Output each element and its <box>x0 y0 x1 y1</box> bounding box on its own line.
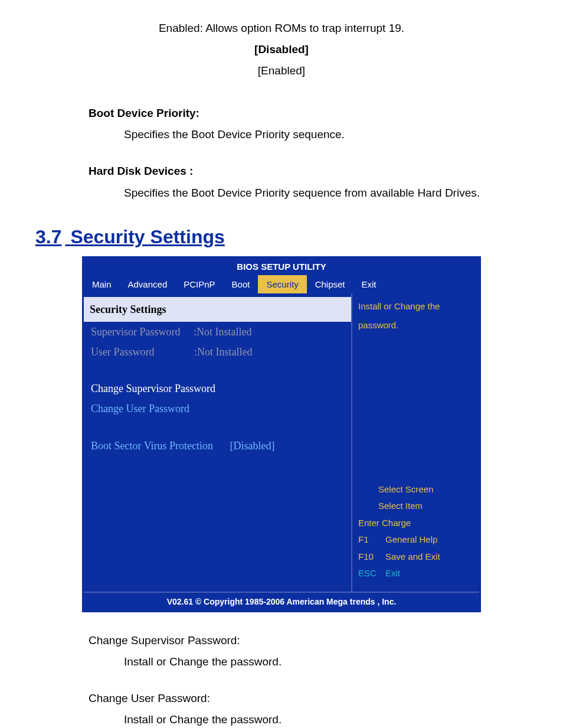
document-page: Enabled: Allows option ROMs to trap inte… <box>0 0 563 728</box>
change-user-body: Install or Change the password. <box>124 709 528 728</box>
section-number: 3.7 <box>35 226 65 247</box>
bios-left-pane: Security Settings Supervisor Password :N… <box>84 293 352 592</box>
section-title: Security Settings <box>70 226 224 247</box>
help-line-2: password. <box>358 318 473 332</box>
supervisor-password-row: Supervisor Password :Not Installed <box>91 322 351 342</box>
enter-charge: Enter Charge <box>358 515 473 532</box>
bsvp-value: [Disabled] <box>230 440 275 452</box>
boot-device-body: Specifies the Boot Device Priority seque… <box>124 124 528 145</box>
boot-sector-virus-row[interactable]: Boot Sector Virus Protection [Disabled] <box>91 436 351 456</box>
bios-footer: V02.61 © Copyright 1985-2006 American Me… <box>84 592 479 611</box>
f10-key: F10 <box>358 549 385 566</box>
supervisor-password-label: Supervisor Password <box>91 326 181 338</box>
tab-exit[interactable]: Exit <box>353 275 385 293</box>
bios-body: Security Settings Supervisor Password :N… <box>84 293 479 592</box>
disabled-option: [Disabled] <box>35 39 528 60</box>
hard-disk-body: Specifies the Boot Device Priority seque… <box>124 182 528 204</box>
bios-title: BIOS SETUP UTILITY <box>84 258 479 275</box>
tab-security[interactable]: Security <box>258 275 306 293</box>
tab-main[interactable]: Main <box>84 275 120 293</box>
bios-panel: BIOS SETUP UTILITY Main Advanced PCIPnP … <box>82 256 481 612</box>
user-password-label: User Password <box>91 346 155 358</box>
help-line-1: Install or Change the <box>358 299 473 314</box>
enabled-description: Enabled: Allows option ROMs to trap inte… <box>35 18 528 39</box>
save-and-exit: Save and Exit <box>385 549 440 566</box>
select-item: Select Item <box>358 498 473 515</box>
user-password-value: :Not Installed <box>194 346 252 358</box>
boot-device-heading: Boot Device Priority: <box>89 103 528 124</box>
general-help: General Help <box>385 531 437 549</box>
change-supervisor-body: Install or Change the password. <box>124 651 528 672</box>
select-screen: Select Screen <box>358 481 473 498</box>
user-password-row: User Password :Not Installed <box>91 342 351 362</box>
f10-row: F10 Save and Exit <box>358 549 473 566</box>
enabled-option: [Enabled] <box>35 60 528 81</box>
change-user-password[interactable]: Change User Password <box>91 399 351 419</box>
footer-keys: Select Screen Select Item Enter Charge F… <box>358 481 473 582</box>
bsvp-label: Boot Sector Virus Protection <box>91 440 213 452</box>
bios-tabs: Main Advanced PCIPnP Boot Security Chips… <box>84 275 479 293</box>
change-supervisor-heading: Change Supervisor Password: <box>89 630 528 651</box>
f1-key: F1 <box>358 531 385 549</box>
f1-row: F1 General Help <box>358 531 473 549</box>
section-heading: 3.7 Security Settings <box>35 226 528 248</box>
change-supervisor-password[interactable]: Change Supervisor Password <box>91 378 351 399</box>
bios-right-pane: Install or Change the password. Select S… <box>352 293 479 592</box>
supervisor-password-value: :Not Installed <box>194 326 251 338</box>
esc-key: ESC <box>358 565 385 582</box>
tab-boot[interactable]: Boot <box>224 275 258 293</box>
bios-panel-wrap: BIOS SETUP UTILITY Main Advanced PCIPnP … <box>35 256 528 612</box>
tab-chipset[interactable]: Chipset <box>307 275 353 293</box>
tab-advanced[interactable]: Advanced <box>120 275 176 293</box>
hard-disk-heading: Hard Disk Devices : <box>89 161 528 182</box>
security-settings-title: Security Settings <box>84 297 351 322</box>
tab-pcipnp[interactable]: PCIPnP <box>175 275 223 293</box>
change-user-heading: Change User Password: <box>89 688 528 709</box>
exit-label: Exit <box>385 565 400 582</box>
esc-row: ESC Exit <box>358 565 473 582</box>
